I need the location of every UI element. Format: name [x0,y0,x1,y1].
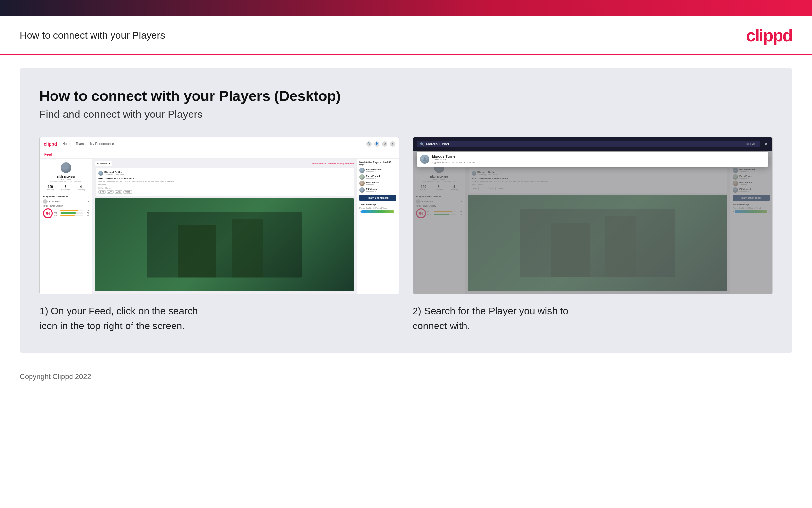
mini-bar-app: APP 70 [54,212,89,214]
search-result-name: Marcus Turner [432,154,765,158]
close-icon[interactable]: ✕ [764,141,768,147]
mini-profile-club: Mill Ride Golf Club, United Kingdom [43,180,89,182]
search-result-club: Cypress Point Club, United Kingdom [432,161,765,164]
search-icon-2: 🔍 [420,142,424,146]
mini-stat-following: 4 Following [77,185,85,190]
mini-following-bar: Following ▾ Control who can see your act… [95,161,354,166]
search-query-text: Marcus Turner [426,142,744,146]
step-1-label: 1) On your Feed, click on the searchicon… [39,303,399,333]
mini-nav-items-1: Home Teams My Performance [62,142,361,146]
mini-stat-followers: 3 Followers [61,185,70,190]
header: How to connect with your Players clippd [0,16,812,55]
mini-nav-performance[interactable]: My Performance [90,142,114,146]
mini-right-panel: Most Active Players - Last 30 days Richa… [356,159,399,294]
screenshot-block-1: clippd Home Teams My Performance 🔍 👤 ⚙ ● [39,137,399,333]
mini-logo-1: clippd [44,141,57,147]
chevron-down-icon[interactable]: ▾ [88,201,89,203]
player4-avatar [360,187,365,193]
mini-score-row: 84 OTT 79 [43,208,89,218]
player1-avatar [360,168,365,173]
search-result-info: Marcus Turner 1.5 Handicap Cypress Point… [432,154,765,164]
clear-button[interactable]: CLEAR [746,142,757,146]
mini-golf-image [95,198,354,291]
screenshots-row: clippd Home Teams My Performance 🔍 👤 ⚙ ● [39,137,773,333]
mini-player-perf-label: Player Performance [43,195,89,198]
screenshot-2: clippd Home Teams My Performance 🔍 👤 ⚙ [413,137,773,294]
mini-player-3: Hiral Pujara Activities: 3 [360,181,396,186]
mini-content-1: Blair McHarg Golf Coach Mill Ride Golf C… [40,159,399,294]
copyright-text: Copyright Clippd 2022 [20,373,91,381]
player2-avatar [360,174,365,179]
top-bar [0,0,812,16]
search-bar-row: 🔍 Marcus Turner CLEAR ✕ [413,137,772,151]
mini-player-4: Eli Vincent Activities: 1 [360,187,396,193]
mini-ui-2: clippd Home Teams My Performance 🔍 👤 ⚙ [413,137,772,294]
search-input[interactable]: 🔍 Marcus Turner CLEAR [417,141,760,147]
team-dashboard-button[interactable]: Team Dashboard [360,195,396,201]
person-icon [422,156,428,162]
settings-icon[interactable]: ⚙ [382,141,387,147]
mini-activity-card: Richard Butler Yesterday · The Grove Pre… [95,168,354,196]
activity-user-info: Richard Butler Yesterday · The Grove [104,171,351,176]
main-content: How to connect with your Players (Deskto… [20,68,792,353]
tag-arg: ARG [115,190,122,194]
search-result-avatar [420,155,429,164]
mini-middle-panel: Following ▾ Control who can see your act… [92,159,356,294]
logo: clippd [746,26,792,45]
mini-profile-role: Golf Coach [43,178,89,180]
mini-score-circle: 84 [43,208,53,218]
section-title: How to connect with your Players (Deskto… [39,88,773,104]
search-result-card[interactable]: Marcus Turner 1.5 Handicap Cypress Point… [417,152,768,167]
screenshot-block-2: clippd Home Teams My Performance 🔍 👤 ⚙ [413,137,773,333]
mini-nav-teams[interactable]: Teams [76,142,85,146]
mini-feed-tab[interactable]: Feed [40,151,56,158]
heatmap-legend: -5 +5 [360,210,396,213]
activity-user-avatar [98,171,103,176]
avatar-icon[interactable]: ● [390,141,395,147]
tag-putt: PUTT [123,190,132,194]
mini-bar-arg: ARG 64 [54,215,89,217]
mini-stat-bars: OTT 79 APP [54,209,89,217]
tag-ott: OTT [98,190,106,194]
player3-avatar [360,181,365,186]
search-result-handicap: 1.5 Handicap [432,158,765,161]
mini-nav-icons: 🔍 👤 ⚙ ● [366,141,395,147]
following-button[interactable]: Following ▾ [95,161,112,166]
mini-player-select: Eli Vincent ▾ [43,199,89,204]
mini-divider-1 [43,193,89,193]
mini-stat-activities: 129 Activities [47,185,54,190]
mini-activity-tags: OTT APP ARG PUTT [98,190,351,194]
mini-profile-avatar [60,162,72,174]
mini-player-1: Richard Butler Activities: 7 [360,168,396,173]
people-icon[interactable]: 👤 [374,141,379,147]
search-result-container: Marcus Turner 1.5 Handicap Cypress Point… [413,151,772,167]
mini-profile: Blair McHarg Golf Coach Mill Ride Golf C… [43,162,89,182]
mini-activity-user: Richard Butler Yesterday · The Grove [98,171,351,176]
mini-bar-ott: OTT 79 [54,209,89,211]
page-title: How to connect with your Players [20,30,165,41]
step-2-label: 2) Search for the Player you wish toconn… [413,303,773,333]
tag-app: APP [107,190,114,194]
footer: Copyright Clippd 2022 [0,366,812,388]
mini-nav-1: clippd Home Teams My Performance 🔍 👤 ⚙ ● [40,137,399,151]
mini-ui-1: clippd Home Teams My Performance 🔍 👤 ⚙ ● [40,137,399,294]
search-overlay: 🔍 Marcus Turner CLEAR ✕ [413,137,772,294]
control-link[interactable]: Control who can see your activity and da… [311,162,354,165]
section-subtitle: Find and connect with your Players [39,108,773,120]
mini-left-panel: Blair McHarg Golf Coach Mill Ride Golf C… [40,159,92,294]
mini-stats: 129 Activities 3 Followers 4 Following [43,185,89,190]
mini-player-avatar [43,199,48,204]
screenshot-1: clippd Home Teams My Performance 🔍 👤 ⚙ ● [39,137,399,294]
mini-player-2: Piers Parnell Activities: 4 [360,174,396,179]
heatmap-bar [362,210,394,213]
mini-profile-name: Blair McHarg [43,175,89,178]
search-icon[interactable]: 🔍 [366,141,372,147]
svg-point-0 [424,157,426,159]
mini-nav-home[interactable]: Home [62,142,71,146]
